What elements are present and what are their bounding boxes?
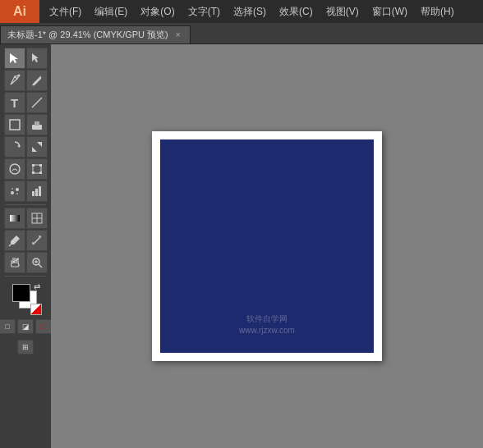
toolbar: T [0, 44, 51, 448]
normal-mode-icon[interactable]: □ [0, 319, 16, 334]
toolbar-divider-2 [5, 276, 46, 277]
tool-row-warp [0, 158, 51, 180]
canvas-area: 软件自学网 www.rjzxw.com [51, 44, 483, 448]
svg-point-15 [16, 188, 19, 191]
svg-rect-19 [35, 189, 38, 196]
svg-rect-11 [39, 164, 42, 167]
svg-rect-10 [32, 164, 34, 167]
menu-effect[interactable]: 效果(C) [273, 2, 320, 22]
tool-row-pen [0, 70, 51, 91]
measure-tool[interactable] [26, 230, 48, 251]
warp-tool[interactable] [4, 158, 25, 180]
svg-point-14 [11, 191, 14, 194]
toolbar-divider [5, 204, 46, 205]
artboard: 软件自学网 www.rjzxw.com [152, 131, 382, 361]
line-tool[interactable] [26, 92, 48, 113]
tab-close-button[interactable]: × [173, 30, 183, 40]
default-colors-icon[interactable] [30, 304, 42, 315]
scale-tool[interactable] [26, 136, 48, 158]
menu-select[interactable]: 选择(S) [227, 2, 273, 22]
tool-row-shape [0, 114, 51, 135]
eraser-tool[interactable] [26, 114, 48, 135]
tool-row-gradient [0, 208, 51, 229]
svg-rect-20 [39, 186, 41, 196]
app-logo: Ai [0, 0, 39, 23]
svg-marker-1 [32, 53, 39, 62]
menu-help[interactable]: 帮助(H) [414, 2, 461, 22]
drawing-mode-icons: □ ◪ □ [0, 319, 51, 334]
swap-colors-icon[interactable]: ⇄ [34, 282, 40, 291]
svg-line-3 [32, 98, 42, 107]
menu-view[interactable]: 视图(V) [320, 2, 366, 22]
canvas-container: 软件自学网 www.rjzxw.com [152, 131, 382, 361]
svg-line-26 [33, 236, 41, 245]
tab-title: 未标题-1* @ 29.41% (CMYK/GPU 预览) [7, 29, 168, 41]
menu-window[interactable]: 窗口(W) [366, 2, 414, 22]
shape-rectangle [160, 139, 374, 353]
tool-row-type: T [0, 92, 51, 113]
document-tab[interactable]: 未标题-1* @ 29.41% (CMYK/GPU 预览) × [0, 25, 191, 43]
svg-marker-7 [17, 144, 20, 148]
svg-point-17 [16, 193, 18, 194]
svg-marker-0 [10, 53, 18, 63]
tool-row-eyedropper [0, 230, 51, 251]
hand-tool[interactable] [4, 252, 25, 273]
direct-selection-tool[interactable] [26, 48, 48, 69]
svg-point-16 [12, 188, 13, 190]
svg-line-25 [9, 245, 11, 246]
screen-mode-icon[interactable]: ⊞ [17, 340, 34, 354]
pen-tool[interactable] [4, 70, 25, 91]
tab-bar: 未标题-1* @ 29.41% (CMYK/GPU 预览) × [0, 23, 483, 44]
tool-row-symbol [0, 181, 51, 202]
zoom-tool[interactable] [26, 252, 48, 273]
svg-line-30 [39, 264, 42, 267]
menu-file[interactable]: 文件(F) [43, 2, 88, 22]
tool-row-navigation [0, 252, 51, 273]
main-area: T [0, 44, 483, 448]
color-area: ⇄ [11, 282, 40, 312]
svg-rect-4 [10, 120, 20, 130]
gradient-tool[interactable] [4, 208, 25, 229]
rotate-tool[interactable] [4, 136, 25, 158]
mesh-tool[interactable] [26, 208, 48, 229]
eyedropper-tool[interactable] [4, 230, 25, 251]
rectangle-tool[interactable] [4, 114, 25, 135]
svg-rect-13 [39, 171, 42, 174]
selection-tool[interactable] [4, 48, 25, 69]
mask-mode-icon[interactable]: ◪ [17, 319, 34, 334]
menu-text[interactable]: 文字(T) [182, 2, 227, 22]
color-boxes[interactable]: ⇄ [11, 282, 40, 312]
symbol-tool[interactable] [4, 181, 25, 202]
graph-tool[interactable] [26, 181, 48, 202]
screen-mode-row: ⊞ [17, 340, 34, 354]
tool-row-selection [0, 48, 51, 69]
red-mask-icon[interactable]: □ [35, 319, 51, 334]
menu-bar: Ai 文件(F) 编辑(E) 对象(O) 文字(T) 选择(S) 效果(C) 视… [0, 0, 483, 23]
svg-rect-21 [10, 215, 20, 222]
svg-rect-18 [32, 191, 34, 196]
menu-object[interactable]: 对象(O) [134, 2, 181, 22]
svg-rect-12 [32, 171, 34, 174]
tool-row-transform [0, 136, 51, 158]
svg-rect-6 [34, 121, 39, 126]
type-tool[interactable]: T [4, 92, 25, 113]
brush-tool[interactable] [26, 70, 48, 91]
svg-point-2 [17, 75, 20, 77]
free-transform-tool[interactable] [26, 158, 48, 180]
menu-items: 文件(F) 编辑(E) 对象(O) 文字(T) 选择(S) 效果(C) 视图(V… [39, 0, 461, 23]
foreground-color-box[interactable] [12, 284, 30, 302]
menu-edit[interactable]: 编辑(E) [88, 2, 134, 22]
